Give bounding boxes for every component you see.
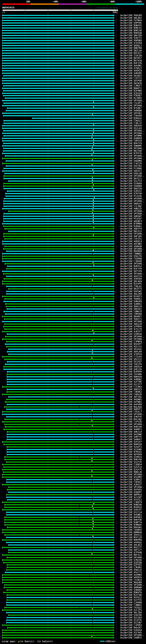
hit-label[interactable]: UniRef100_B9I4Z7 xyxy=(120,52,142,54)
hit-label[interactable]: UniRef100_B4RYG3 xyxy=(120,265,142,268)
hit-label[interactable]: UniRef100_Q2GEF2 xyxy=(120,446,142,448)
hit-label[interactable]: UniRef100_Q2W062 xyxy=(120,303,142,305)
hit-label[interactable]: UniRef100_Q3YSV7 xyxy=(120,441,142,443)
hit-label[interactable]: UniRef100_C4YZ51 xyxy=(120,238,142,240)
alignment-bar[interactable] xyxy=(2,421,113,422)
alignment-bar[interactable] xyxy=(4,200,113,202)
hit-label[interactable]: UniRef100_Q9AKQ0 xyxy=(120,245,142,248)
alignment-bar[interactable] xyxy=(9,614,113,616)
alignment-bar[interactable] xyxy=(4,143,113,144)
hit-label[interactable]: UniRef100_B4RCH4 xyxy=(120,426,142,428)
hit-label[interactable]: UniRef100_UPI000.. xyxy=(120,200,145,202)
alignment-bar[interactable] xyxy=(4,123,113,124)
hit-label[interactable]: UniRef100_B8GN40 xyxy=(120,250,142,252)
alignment-bar[interactable] xyxy=(7,452,113,452)
hit-label[interactable]: UniRef100_B8B7R8 xyxy=(120,47,142,49)
hit-label[interactable]: UniRef100_Q1RH56 xyxy=(120,333,142,335)
alignment-bar[interactable] xyxy=(7,268,113,269)
alignment-bar[interactable] xyxy=(5,524,113,526)
alignment-bar[interactable] xyxy=(7,604,113,606)
hit-label[interactable]: UniRef100_A1C9V5 xyxy=(120,632,142,634)
hit-label[interactable]: UniRef100_B5FC29 xyxy=(120,536,142,539)
alignment-bar[interactable] xyxy=(2,28,113,28)
alignment-bar[interactable] xyxy=(4,444,113,445)
alignment-bar[interactable] xyxy=(2,241,113,242)
hit-label[interactable]: UniRef100_B3PDP9 xyxy=(120,370,142,373)
hit-label[interactable]: UniRef100_B2JRD5 xyxy=(120,97,142,100)
hit-label[interactable]: UniRef100_A4TW81 xyxy=(120,401,142,403)
alignment-bar[interactable] xyxy=(4,135,113,136)
alignment-bar[interactable] xyxy=(4,216,113,217)
hit-label[interactable]: UniRef100_A3EXY7 xyxy=(120,330,142,333)
hit-label[interactable]: UniRef100_B4HTU6 xyxy=(120,518,142,521)
hit-label[interactable]: UniRef100_B8MBV8 xyxy=(120,531,142,534)
alignment-bar[interactable] xyxy=(2,610,113,611)
alignment-bar[interactable] xyxy=(2,22,113,24)
hit-label[interactable]: UniRef100_Q7PXA8 xyxy=(120,551,142,554)
hit-label[interactable]: UniRef100_Q1LF53 xyxy=(120,180,142,182)
hit-label[interactable]: UniRef100_C8NA33 xyxy=(120,310,142,313)
hit-label[interactable]: UniRef100_P53597 xyxy=(120,218,142,220)
alignment-bar[interactable] xyxy=(7,431,113,432)
hit-label[interactable]: UniRef100_B9PDS9 xyxy=(120,443,142,446)
alignment-bar[interactable] xyxy=(9,348,113,350)
hit-label[interactable]: UniRef100_C7Z2O3 xyxy=(120,356,142,358)
hit-label[interactable]: UniRef100_B8NSJ8 xyxy=(120,471,142,473)
alignment-bar[interactable] xyxy=(2,632,113,633)
alignment-bar[interactable] xyxy=(5,607,113,608)
hit-label[interactable]: UniRef100_C4K0K2 xyxy=(120,391,142,393)
hit-label[interactable]: UniRef100_B4IZW2 xyxy=(120,418,142,420)
alignment-bar[interactable] xyxy=(5,228,113,229)
alignment-bar[interactable] xyxy=(2,414,113,415)
alignment-bar[interactable] xyxy=(2,62,113,64)
hit-label[interactable]: UniRef100_UPI000.. xyxy=(120,175,145,177)
alignment-bar[interactable] xyxy=(2,163,113,164)
alignment-bar[interactable] xyxy=(6,160,113,162)
hit-label[interactable]: UniRef100_C5BL82 xyxy=(120,285,142,288)
alignment-bar[interactable] xyxy=(7,567,113,568)
hit-label[interactable]: UniRef100_A4HEB6 xyxy=(120,110,142,112)
hit-label[interactable]: UniRef100_C0DUZ6 xyxy=(120,393,142,396)
hit-label[interactable]: UniRef100_A4VKQ2 xyxy=(120,541,142,544)
alignment-bar[interactable] xyxy=(6,196,113,197)
hit-label[interactable]: UniRef100_Q4Q9M4 xyxy=(120,160,142,162)
hit-label[interactable]: UniRef100_A8IWJ8 xyxy=(120,82,142,84)
alignment-bar[interactable] xyxy=(2,281,113,282)
alignment-bar[interactable] xyxy=(2,532,113,533)
hit-label[interactable]: UniRef100_B6KKT1 xyxy=(120,87,142,90)
hit-label[interactable]: UniRef100_Q9X5W2 xyxy=(120,290,142,293)
hit-label[interactable]: UniRef100_A8K4W7 xyxy=(120,215,142,218)
alignment-bar[interactable] xyxy=(2,464,113,465)
hit-label[interactable]: UniRef100_UPI000.. xyxy=(120,413,145,416)
hit-label[interactable]: UniRef100_A8GUV1 xyxy=(120,308,142,310)
hit-label[interactable]: UniRef100_Q9WUM5 xyxy=(120,144,142,147)
alignment-bar[interactable] xyxy=(2,469,113,470)
alignment-bar[interactable] xyxy=(7,379,113,380)
hit-label[interactable]: UniRef100_B6IP73 xyxy=(120,288,142,290)
hit-label[interactable]: UniRef100_UPI000.. xyxy=(120,556,145,559)
hit-label[interactable]: UniRef100_A0DQC4 xyxy=(120,240,142,242)
hit-label[interactable]: UniRef100_UPI000.. xyxy=(120,272,145,275)
alignment-bar[interactable] xyxy=(2,582,113,583)
hit-label[interactable]: UniRef100_B0Y3C2 xyxy=(120,554,142,556)
hit-label[interactable]: UniRef100_B6TH57 xyxy=(120,57,142,60)
alignment-bar[interactable] xyxy=(4,562,113,563)
hit-label[interactable]: UniRef100_UPI000.. xyxy=(120,212,145,215)
alignment-bar[interactable] xyxy=(5,193,113,194)
alignment-bar[interactable] xyxy=(4,273,113,274)
alignment-bar[interactable] xyxy=(2,579,113,580)
alignment-bar[interactable] xyxy=(2,100,113,101)
alignment-bar[interactable] xyxy=(2,637,113,638)
alignment-bar[interactable] xyxy=(9,552,113,553)
hit-label[interactable]: UniRef100_C9ZKB8 xyxy=(120,258,142,260)
hit-label[interactable]: UniRef100_B9N355 xyxy=(120,24,142,27)
alignment-bar[interactable] xyxy=(2,170,113,172)
hit-label[interactable]: UniRef100_A9S9B1 xyxy=(120,64,142,67)
hit-label[interactable]: UniRef100_B7DMD9 xyxy=(120,222,142,225)
hit-label[interactable]: UniRef100_B9RL91 xyxy=(120,27,142,29)
hit-label[interactable]: UniRef100_Q2GFL6 xyxy=(120,466,142,468)
alignment-bar[interactable] xyxy=(2,338,113,340)
hit-label[interactable]: UniRef100_C4JNC6 xyxy=(120,579,142,581)
hit-label[interactable]: UniRef100_A7AP54 xyxy=(120,353,142,356)
alignment-bar[interactable] xyxy=(7,351,113,352)
